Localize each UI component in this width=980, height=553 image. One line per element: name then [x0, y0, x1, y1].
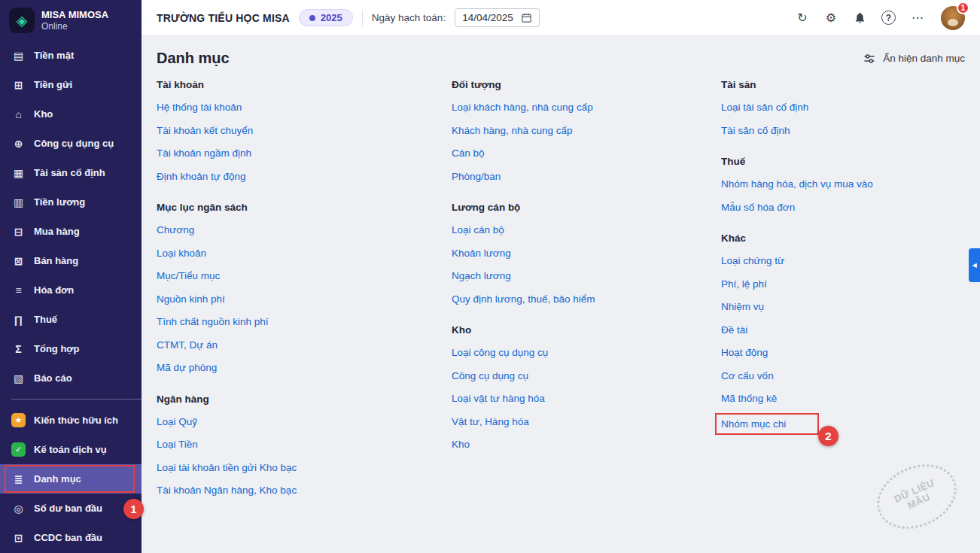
catalog-link[interactable]: Quy định lương, thuế, bảo hiểm — [452, 288, 595, 311]
catalog-link[interactable]: Phòng/ban — [452, 166, 501, 189]
posting-date-input[interactable]: 14/04/2025 — [455, 8, 540, 27]
catalog-link[interactable]: Công cụ dụng cụ — [452, 365, 528, 388]
catalog-link[interactable]: Hệ thống tài khoản — [157, 96, 242, 120]
logo-title: MISA MIMOSA — [41, 9, 108, 21]
sidebar-item-kho[interactable]: ⌂Kho — [0, 99, 142, 129]
catalog-link[interactable]: Loại chứng từ — [721, 250, 784, 273]
sidebar-item-label: Tiền mặt — [34, 50, 74, 61]
sidebar-item-kien-thuc-huu-ich[interactable]: ★Kiến thức hữu ích — [0, 406, 142, 435]
sidebar-item-label: Mua hàng — [34, 226, 80, 237]
catalog-link[interactable]: Ngạch lương — [452, 265, 511, 288]
sidebar-item-ban-hang[interactable]: ⊠Bán hàng — [0, 246, 142, 275]
catalog-link[interactable]: Loại vật tư hàng hóa — [452, 387, 545, 411]
sidebar-item-label: Tiền lương — [34, 196, 85, 208]
catalog-link[interactable]: Loại khách hàng, nhà cung cấp — [452, 96, 593, 120]
sidebar-item-ccdc-ban-dau[interactable]: ⊡CCDC ban đầu — [0, 523, 142, 552]
catalog-link[interactable]: Định khoản tự động — [157, 166, 246, 189]
catalog-link[interactable]: Loại Quỹ — [157, 411, 197, 434]
settings-gear-icon[interactable]: ⚙ — [821, 8, 841, 28]
posting-date-value: 14/04/2025 — [462, 12, 513, 23]
sidebar-item-tai-san-co-dinh[interactable]: ▦Tài sản cố định — [0, 158, 142, 187]
catalog-link[interactable]: Mục/Tiểu mục — [157, 265, 220, 288]
catalog-group: Mục lục ngân sáchChươngLoại khoảnMục/Tiể… — [157, 200, 452, 380]
sidebar-nav: ▤Tiền mặt⊞Tiền gửi⌂Kho⊕Công cụ dụng cụ▦T… — [0, 41, 142, 552]
sidebar-item-mua-hang[interactable]: ⊟Mua hàng — [0, 217, 142, 246]
sidebar-item-cong-cu-dung-cu[interactable]: ⊕Công cụ dụng cụ — [0, 129, 142, 158]
catalog-link[interactable]: Hoạt động — [721, 342, 768, 365]
help-icon[interactable]: ? — [881, 11, 896, 25]
content-header: Danh mục Ẩn hiện danh mục — [157, 47, 965, 70]
catalog-link[interactable]: Loại tài sản cố định — [721, 96, 808, 120]
catalog-link[interactable]: Tài khoản kết chuyển — [157, 120, 253, 143]
catalog-link[interactable]: Mã thống kê — [721, 387, 777, 411]
catalog-link[interactable]: Tài sản cố định — [721, 120, 790, 143]
payroll-icon: ▥ — [11, 196, 26, 208]
catalog-link[interactable]: Tính chất nguồn kinh phí — [157, 311, 269, 334]
annotation-step-2: 2 — [818, 426, 838, 446]
catalog-link[interactable]: CTMT, Dự án — [157, 334, 218, 357]
history-icon[interactable]: ↻ — [793, 8, 812, 28]
catalog-group: Lương cán bộLoại cán bộKhoản lươngNgạch … — [452, 200, 721, 311]
sidebar-item-so-du-ban-dau[interactable]: ◎Số dư ban đầu — [0, 494, 142, 523]
catalog-group-title: Lương cán bộ — [452, 200, 721, 213]
catalog-group-title: Kho — [452, 323, 721, 336]
sidebar-item-label: Hóa đơn — [34, 284, 74, 296]
catalog-link[interactable]: Cơ cấu vốn — [721, 365, 774, 388]
sidebar-item-bao-cao[interactable]: ▧Báo cáo — [0, 363, 142, 393]
catalog-group: ThuếNhóm hàng hóa, dịch vụ mua vàoMẫu số… — [721, 154, 965, 219]
more-options-icon[interactable]: ⋯ — [908, 8, 927, 28]
catalog-link[interactable]: Nhiệm vụ — [721, 296, 764, 319]
invoice-icon: ≡ — [11, 284, 26, 296]
app-logo[interactable]: ◈ MISA MIMOSA Online — [0, 0, 142, 41]
sidebar-item-tien-gui[interactable]: ⊞Tiền gửi — [0, 70, 142, 99]
catalog-column-3: Tài sảnLoại tài sản cố địnhTài sản cố đị… — [721, 77, 965, 515]
catalog-link[interactable]: Khoản lương — [452, 242, 511, 266]
notifications-bell-icon[interactable] — [850, 8, 869, 28]
logo-subtitle: Online — [41, 21, 108, 32]
fiscal-year-selector[interactable]: 2025 — [299, 9, 353, 26]
catalog-link[interactable]: Loại khoản — [157, 242, 206, 266]
catalog-link[interactable]: Mã dự phòng — [157, 357, 217, 380]
catalog-link[interactable]: Loại tài khoản tiền gửi Kho bạc — [157, 457, 297, 480]
catalog-link[interactable]: Loại cán bộ — [452, 219, 504, 242]
catalog-link[interactable]: Kho — [452, 433, 470, 457]
sidebar-item-ke-toan-dich-vu[interactable]: ✓Kế toán dịch vụ — [0, 435, 142, 464]
sidebar-item-label: Số dư ban đầu — [34, 503, 102, 514]
catalog-link[interactable]: Phí, lệ phí — [721, 273, 767, 296]
sidebar-item-hoa-don[interactable]: ≡Hóa đơn — [0, 275, 142, 305]
catalog-link[interactable]: Khách hàng, nhà cung cấp — [452, 120, 573, 143]
catalog-group-title: Thuế — [721, 154, 965, 167]
catalog-link[interactable]: Đề tài — [721, 319, 747, 342]
topbar-divider — [362, 10, 363, 26]
reports-icon: ▧ — [11, 372, 26, 384]
catalog-link[interactable]: Chương — [157, 219, 194, 242]
purchasing-icon: ⊟ — [11, 226, 26, 238]
catalog-columns: Tài khoảnHệ thống tài khoảnTài khoản kết… — [157, 77, 965, 515]
ccdc-opening-icon: ⊡ — [11, 532, 26, 544]
sidebar-item-danh-muc[interactable]: ≣Danh mục — [0, 464, 142, 494]
sidebar-divider — [11, 399, 142, 400]
catalog-link[interactable]: Nhóm mục chi — [715, 413, 819, 435]
sidebar-item-tien-luong[interactable]: ▥Tiền lương — [0, 187, 142, 217]
posting-date-label: Ngày hạch toán: — [372, 12, 446, 23]
calendar-icon[interactable] — [521, 12, 532, 23]
catalog-link[interactable]: Cán bộ — [452, 142, 485, 166]
sidebar-item-tien-mat[interactable]: ▤Tiền mặt — [0, 41, 142, 70]
catalog-link[interactable]: Tài khoản Ngân hàng, Kho bạc — [157, 479, 297, 503]
sidebar-item-thue[interactable]: ∏Thuế — [0, 305, 142, 334]
sidebar-item-tong-hop[interactable]: ΣTổng hợp — [0, 334, 142, 363]
year-dot-icon — [309, 15, 315, 21]
toggle-catalog-visibility-button[interactable]: Ẩn hiện danh mục — [863, 52, 965, 65]
catalog-group: Tài khoảnHệ thống tài khoảnTài khoản kết… — [157, 77, 452, 188]
catalog-icon: ≣ — [11, 473, 26, 485]
collapse-panel-tab[interactable]: ◀ — [969, 248, 980, 282]
catalog-link[interactable]: Mẫu số hóa đơn — [721, 196, 795, 220]
catalog-link[interactable]: Nguồn kinh phí — [157, 288, 225, 311]
tools-icon: ⊕ — [11, 138, 26, 150]
catalog-link[interactable]: Nhóm hàng hóa, dịch vụ mua vào — [721, 173, 873, 196]
catalog-link[interactable]: Loại Tiền — [157, 433, 198, 457]
topbar: TRƯỜNG TIỂU HỌC MISA 2025 Ngày hạch toán… — [142, 0, 980, 36]
catalog-link[interactable]: Loại công cụ dụng cụ — [452, 342, 548, 365]
catalog-link[interactable]: Tài khoản ngầm định — [157, 142, 251, 166]
catalog-link[interactable]: Vật tư, Hàng hóa — [452, 411, 529, 434]
